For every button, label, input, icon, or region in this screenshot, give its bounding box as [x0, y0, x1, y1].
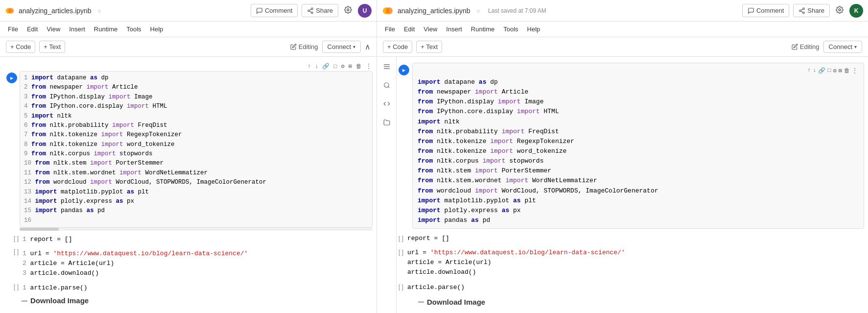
right-panel: analyzing_articles.ipynb ☆ Last saved at…: [377, 0, 868, 313]
left-cell-3-url[interactable]: 'https://www.dataquest.io/blog/learn-dat…: [53, 250, 248, 257]
right-menu-insert[interactable]: Insert: [442, 24, 466, 35]
svg-line-13: [801, 11, 803, 12]
right-section-toggle-icon[interactable]: —: [418, 298, 424, 305]
right-star-icon[interactable]: ☆: [476, 6, 480, 15]
right-run-button-1[interactable]: ▶: [399, 65, 409, 75]
connect-caret-icon: ▾: [353, 44, 355, 49]
svg-point-19: [384, 83, 388, 87]
more-icon[interactable]: ⋮: [365, 62, 373, 71]
right-share-button[interactable]: Share: [793, 4, 830, 17]
right-code-icon[interactable]: [381, 98, 393, 110]
right-pencil-icon: [792, 44, 798, 50]
right-cell-3-inner: [ ] url = 'https://www.dataquest.io/blog…: [399, 248, 864, 277]
right-menu-file[interactable]: File: [381, 24, 399, 35]
right-menu-runtime[interactable]: Runtime: [467, 24, 498, 35]
right-cell-3-url[interactable]: 'https://www.dataquest.io/blog/learn-dat…: [430, 249, 625, 256]
right-settings-button[interactable]: [834, 4, 845, 17]
left-menu-insert[interactable]: Insert: [65, 24, 89, 35]
left-header: analyzing_articles.ipynb ☆ Comment Share…: [0, 0, 376, 22]
left-star-icon[interactable]: ☆: [97, 6, 101, 15]
right-hamburger-icon[interactable]: [381, 61, 393, 72]
right-cell-1: ▶ ↑ ↓ 🔗 □ ⚙ ⊞ 🗑 ⋮ import: [397, 61, 868, 231]
right-menu-tools[interactable]: Tools: [499, 24, 522, 35]
right-connect-caret-icon: ▾: [854, 44, 857, 49]
left-connect-button[interactable]: Connect ▾: [322, 41, 361, 53]
left-add-text-button[interactable]: + Text: [39, 41, 65, 53]
right-folder-icon[interactable]: [381, 117, 393, 128]
right-link-icon[interactable]: 🔗: [817, 66, 826, 75]
right-section-header: — Download Image: [397, 295, 868, 308]
left-menu-runtime[interactable]: Runtime: [90, 24, 121, 35]
svg-point-12: [803, 12, 805, 14]
right-add-code-button[interactable]: + Code: [383, 41, 412, 53]
comment-icon: [256, 7, 263, 14]
right-menu-edit[interactable]: Edit: [400, 24, 419, 35]
left-cell-3-counter: [ ]: [9, 247, 23, 255]
right-header: analyzing_articles.ipynb ☆ Last saved at…: [377, 0, 868, 22]
left-collapse-button[interactable]: ∧: [365, 42, 371, 51]
copy-icon[interactable]: □: [332, 62, 338, 71]
left-comment-button[interactable]: Comment: [251, 4, 298, 17]
svg-line-14: [801, 9, 803, 10]
right-comment-icon: [748, 7, 754, 14]
right-delete-icon[interactable]: 🗑: [843, 66, 851, 75]
right-expand-icon[interactable]: ⊞: [838, 66, 843, 75]
left-cell-1: ↑ ↓ 🔗 □ ⚙ ⊞ 🗑 ⋮ ▶ 1 import d: [0, 61, 376, 232]
left-menu-help[interactable]: Help: [146, 24, 167, 35]
right-cell-4: [ ] article.parse(): [397, 282, 868, 293]
left-menu-tools[interactable]: Tools: [122, 24, 145, 35]
right-cell-1-code-block: ↑ ↓ 🔗 □ ⚙ ⊞ 🗑 ⋮ import datapane as dp fr…: [412, 63, 864, 229]
left-add-code-button[interactable]: + Code: [6, 41, 35, 53]
left-share-button[interactable]: Share: [302, 4, 338, 17]
left-filename: analyzing_articles.ipynb: [19, 7, 92, 15]
expand-icon[interactable]: ⊞: [348, 62, 353, 71]
right-cell-2: [ ] report = []: [397, 233, 868, 244]
right-connect-button[interactable]: + Code Connect ▾: [823, 41, 862, 53]
left-cell-1-toolbar: ↑ ↓ 🔗 □ ⚙ ⊞ 🗑 ⋮: [306, 62, 373, 71]
move-up-icon[interactable]: ↑: [306, 62, 312, 71]
right-menu-help[interactable]: Help: [523, 24, 544, 35]
right-copy-icon[interactable]: □: [826, 66, 832, 75]
settings-cell-icon[interactable]: ⚙: [340, 62, 346, 71]
right-settings-cell-icon[interactable]: ⚙: [832, 66, 838, 75]
pencil-icon: [290, 44, 297, 50]
right-notebook-content: ▶ ↑ ↓ 🔗 □ ⚙ ⊞ 🗑 ⋮ import: [397, 57, 868, 313]
left-avatar[interactable]: U: [358, 4, 372, 18]
right-more-icon[interactable]: ⋮: [851, 66, 859, 75]
left-cell-4: [ ] 1 article.parse(): [0, 282, 376, 293]
right-toolbar: + Code + Text Editing + Code Connect ▾: [377, 37, 868, 57]
svg-point-4: [311, 12, 313, 14]
left-notebook-content: ↑ ↓ 🔗 □ ⚙ ⊞ 🗑 ⋮ ▶ 1 import d: [0, 57, 376, 313]
right-share-icon: [798, 7, 805, 14]
move-down-icon[interactable]: ↓: [314, 62, 319, 71]
delete-icon[interactable]: 🗑: [355, 62, 363, 71]
right-add-text-button[interactable]: + Text: [416, 41, 442, 53]
right-menu-view[interactable]: View: [420, 24, 441, 35]
left-cell-1-inner: ▶ 1 import datapane as dp 2 from newspap…: [0, 71, 376, 228]
right-search-icon[interactable]: [381, 79, 393, 91]
section-toggle-icon[interactable]: —: [22, 297, 27, 304]
right-comment-button[interactable]: Comment: [742, 4, 789, 17]
left-menu-view[interactable]: View: [43, 24, 64, 35]
left-cell-1-code-text: 1 import datapane as dp 2 from newspaper…: [24, 73, 368, 225]
left-cell-3-inner: [ ] 1 url = 'https://www.dataquest.io/bl…: [0, 247, 376, 280]
left-menu-file[interactable]: File: [4, 24, 22, 35]
right-gear-icon: [836, 6, 844, 14]
link-icon[interactable]: 🔗: [321, 62, 330, 71]
share-icon: [307, 7, 314, 14]
right-cell-3-code: url = 'https://www.dataquest.io/blog/lea…: [407, 248, 864, 277]
right-avatar[interactable]: K: [849, 4, 863, 18]
right-cell-1-code-text: import datapane as dp from newspaper imp…: [418, 77, 859, 225]
right-filename: analyzing_articles.ipynb: [398, 7, 470, 15]
svg-point-10: [803, 8, 805, 9]
right-move-down-icon[interactable]: ↓: [812, 66, 817, 75]
left-run-button-1[interactable]: ▶: [6, 72, 17, 83]
left-menu-edit[interactable]: Edit: [23, 24, 42, 35]
left-settings-button[interactable]: [342, 4, 354, 17]
left-cell-4-code: 1 article.parse(): [23, 282, 373, 293]
left-cell-2-code: 1 report = []: [23, 234, 373, 245]
right-move-up-icon[interactable]: ↑: [806, 66, 812, 75]
right-cell-4-code: article.parse(): [407, 284, 864, 291]
right-cell-2-counter: [ ]: [399, 235, 403, 242]
right-cell-1-toolbar: ↑ ↓ 🔗 □ ⚙ ⊞ 🗑 ⋮: [418, 66, 859, 75]
